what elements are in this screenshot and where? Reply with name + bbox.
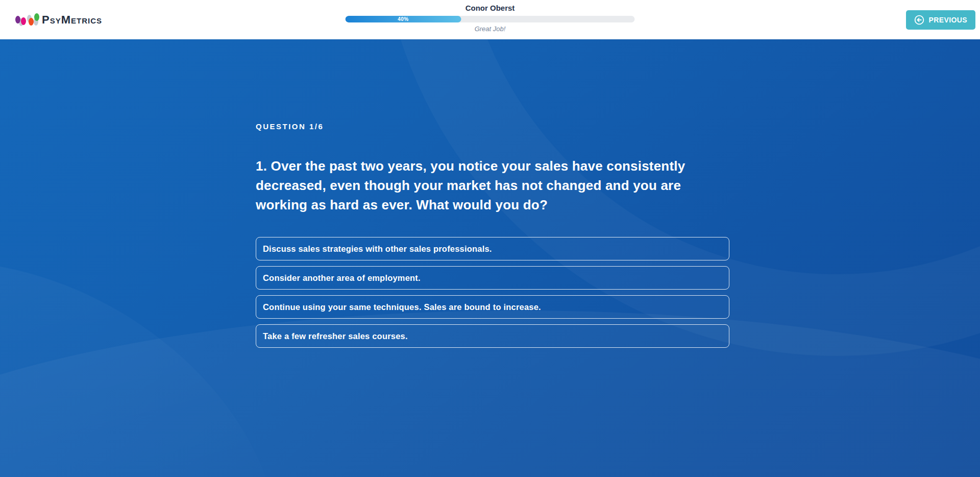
answer-option-2[interactable]: Consider another area of employment. (256, 266, 729, 290)
progress-fill: 40% (346, 16, 461, 22)
progress-bar-track: 40% (346, 16, 635, 22)
progress-section: Conor Oberst 40% Great Job! (346, 4, 635, 33)
answer-option-1[interactable]: Discuss sales strategies with other sale… (256, 237, 729, 260)
answer-option-label: Continue using your same techniques. Sal… (263, 302, 541, 312)
answer-option-3[interactable]: Continue using your same techniques. Sal… (256, 295, 729, 319)
user-name: Conor Oberst (346, 4, 635, 12)
encouragement-text: Great Job! (346, 25, 635, 33)
answer-options: Discuss sales strategies with other sale… (256, 237, 729, 348)
progress-percentage: 40% (398, 16, 409, 22)
answer-option-label: Consider another area of employment. (263, 273, 421, 283)
answer-option-label: Discuss sales strategies with other sale… (263, 244, 492, 254)
arrow-left-circle-icon (914, 15, 924, 25)
question-section: QUESTION 1/6 1. Over the past two years,… (256, 122, 729, 348)
psymetrics-logo: PsyMetrics (15, 12, 102, 28)
brand-name: PsyMetrics (42, 13, 102, 27)
question-text: 1. Over the past two years, you notice y… (256, 156, 720, 214)
previous-button-label: PREVIOUS (928, 16, 967, 24)
answer-option-label: Take a few refresher sales courses. (263, 331, 408, 341)
question-counter: QUESTION 1/6 (256, 122, 729, 131)
psymetrics-logo-icon (15, 12, 39, 28)
previous-button[interactable]: PREVIOUS (906, 10, 975, 30)
top-header: PsyMetrics Conor Oberst 40% Great Job! P… (0, 0, 980, 39)
answer-option-4[interactable]: Take a few refresher sales courses. (256, 324, 729, 348)
quiz-background: QUESTION 1/6 1. Over the past two years,… (0, 39, 980, 477)
